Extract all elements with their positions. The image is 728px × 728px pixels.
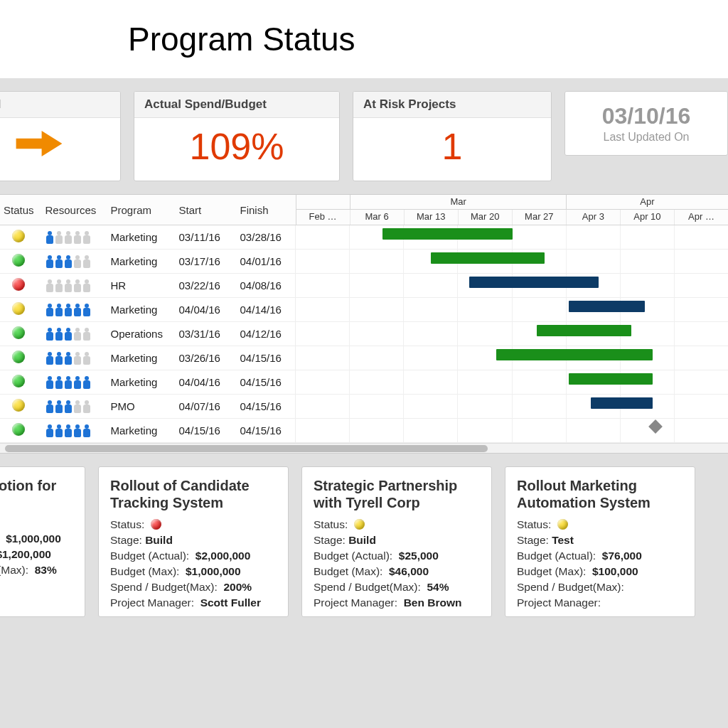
- col-status[interactable]: Status: [0, 195, 40, 225]
- timeline-cell: [296, 274, 728, 298]
- cell-program: PMO: [105, 395, 173, 419]
- person-icon: [55, 255, 63, 268]
- scroll-thumb[interactable]: [5, 445, 487, 452]
- title-band: Program Status: [0, 0, 728, 78]
- person-icon: [82, 328, 91, 341]
- resource-icons: [46, 304, 100, 316]
- project-card[interactable]: Promotion for BuildActual): $1,000,000Ma…: [0, 466, 85, 617]
- person-icon: [55, 424, 63, 437]
- status-dot-yellow: [12, 230, 25, 242]
- card-title: Promotion for: [0, 477, 73, 494]
- timeline-week: Apr 3: [567, 210, 621, 225]
- person-icon: [46, 304, 54, 316]
- cell-finish: 03/28/16: [235, 225, 296, 250]
- status-dot-green: [12, 254, 25, 267]
- person-icon: [64, 304, 73, 316]
- timeline-month: Apr: [567, 195, 728, 209]
- timeline-header: MarApr Feb …Mar 6Mar 13Mar 20Mar 27Apr 3…: [296, 195, 728, 225]
- timeline-week: Mar 6: [350, 210, 405, 225]
- gantt-bar[interactable]: [569, 373, 653, 385]
- person-icon: [55, 376, 63, 389]
- cell-program: Marketing: [105, 225, 173, 250]
- cell-program: Marketing: [105, 419, 173, 443]
- kpi-risk-label: At Risk Projects: [353, 92, 551, 118]
- resource-icons: [46, 328, 100, 341]
- timeline-week: Feb …: [296, 210, 350, 225]
- project-card[interactable]: Rollout of Candidate Tracking SystemStat…: [98, 466, 289, 617]
- status-dot-yellow: [354, 519, 365, 530]
- timeline-cell: [296, 419, 728, 443]
- last-updated-label: Last Updated On: [572, 131, 720, 144]
- resource-icons: [46, 255, 100, 268]
- kpi-spend-label: Actual Spend/Budget: [134, 92, 339, 118]
- svg-marker-0: [16, 131, 63, 156]
- gantt-bar[interactable]: [591, 397, 653, 409]
- gantt-bar[interactable]: [469, 277, 599, 288]
- cell-finish: 04/15/16: [235, 395, 296, 419]
- gantt-bar[interactable]: [496, 349, 653, 360]
- table-row[interactable]: Marketing03/11/1603/28/16: [0, 225, 728, 250]
- gantt-table: Status Resources Program Start Finish Ma…: [0, 195, 728, 443]
- table-row[interactable]: HR03/22/1604/08/16: [0, 274, 728, 298]
- person-icon: [46, 231, 54, 244]
- table-row[interactable]: Operations03/31/1604/12/16: [0, 322, 728, 346]
- project-card[interactable]: Rollout Marketing Automation SystemStatu…: [505, 466, 695, 617]
- cell-finish: 04/15/16: [235, 419, 296, 443]
- person-icon: [73, 424, 82, 437]
- cell-program: HR: [105, 274, 173, 298]
- table-row[interactable]: Marketing04/04/1604/14/16: [0, 298, 728, 322]
- gantt-bar[interactable]: [382, 228, 513, 240]
- card-title: Rollout of Candidate Tracking System: [110, 477, 277, 511]
- col-finish[interactable]: Finish: [235, 195, 296, 225]
- person-icon: [73, 352, 82, 365]
- timeline-week: Apr 10: [621, 210, 675, 225]
- gantt-bar[interactable]: [537, 325, 631, 336]
- cell-start: 03/26/16: [173, 346, 235, 370]
- col-resources[interactable]: Resources: [40, 195, 105, 225]
- person-icon: [73, 279, 82, 292]
- person-icon: [55, 231, 63, 244]
- cell-finish: 04/14/16: [235, 298, 296, 322]
- resource-icons: [46, 231, 100, 244]
- col-program[interactable]: Program: [105, 195, 173, 225]
- person-icon: [64, 279, 73, 292]
- cell-start: 04/04/16: [173, 370, 235, 395]
- person-icon: [55, 352, 63, 365]
- kpi-spend-budget[interactable]: Actual Spend/Budget 109%: [134, 91, 340, 181]
- person-icon: [46, 279, 54, 292]
- project-card[interactable]: Strategic Partnership with Tyrell CorpSt…: [301, 466, 492, 617]
- timeline-cell: [296, 346, 728, 370]
- status-dot-yellow: [557, 519, 568, 530]
- person-icon: [46, 352, 54, 365]
- resource-icons: [46, 279, 100, 292]
- person-icon: [73, 400, 82, 413]
- resource-icons: [46, 376, 100, 389]
- gantt-bar[interactable]: [431, 252, 545, 264]
- horizontal-scrollbar[interactable]: [0, 443, 728, 453]
- timeline-month: [296, 195, 351, 209]
- cell-start: 03/31/16: [173, 322, 235, 346]
- person-icon: [64, 352, 73, 365]
- gantt-panel: Status Resources Program Start Finish Ma…: [0, 194, 728, 454]
- person-icon: [73, 328, 82, 341]
- status-dot-red: [151, 519, 161, 530]
- table-row[interactable]: Marketing04/15/1604/15/16: [0, 419, 728, 443]
- table-row[interactable]: PMO04/07/1604/15/16: [0, 395, 728, 419]
- cell-start: 03/11/16: [173, 225, 235, 250]
- gantt-bar[interactable]: [569, 301, 645, 312]
- status-dot-red: [12, 278, 25, 291]
- cell-start: 03/22/16: [173, 274, 235, 298]
- kpi-at-risk[interactable]: At Risk Projects 1: [353, 91, 552, 181]
- cell-program: Operations: [105, 322, 173, 346]
- cell-program: Marketing: [105, 346, 173, 370]
- table-row[interactable]: Marketing04/04/1604/15/16: [0, 370, 728, 395]
- timeline-month: Mar: [350, 195, 567, 209]
- timeline-cell: [296, 298, 728, 322]
- person-icon: [46, 424, 54, 437]
- table-row[interactable]: Marketing03/26/1604/15/16: [0, 346, 728, 370]
- status-dot-green: [12, 375, 25, 387]
- table-row[interactable]: Marketing03/17/1604/01/16: [0, 250, 728, 274]
- col-start[interactable]: Start: [173, 195, 235, 225]
- kpi-trend[interactable]: Trend: [0, 91, 121, 181]
- card-title: Strategic Partnership with Tyrell Corp: [314, 477, 480, 511]
